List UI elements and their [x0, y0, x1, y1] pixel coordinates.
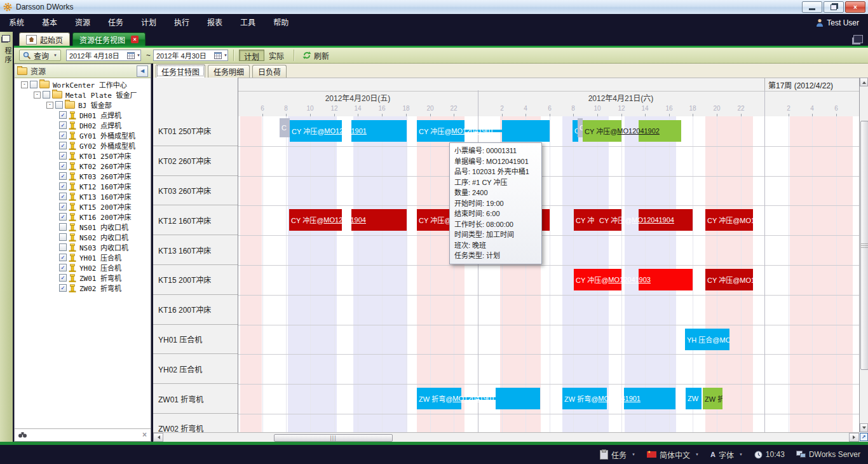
minimize-button[interactable]: [802, 1, 822, 13]
menu-item-帮助[interactable]: 帮助: [264, 14, 297, 32]
chevron-down-icon[interactable]: ▼: [632, 453, 635, 456]
tree-expander-icon[interactable]: -: [46, 102, 53, 109]
tree-node[interactable]: ✓ZW02 折弯机: [15, 283, 151, 293]
scroll-corner-jump-button[interactable]: ↗: [859, 432, 868, 442]
chevron-down-icon[interactable]: ▼: [695, 453, 699, 456]
tree-checkbox[interactable]: [59, 233, 67, 241]
gantt-tab-任务甘特图[interactable]: 任务甘特图: [156, 64, 205, 78]
query-dropdown-icon[interactable]: ▼: [53, 53, 57, 57]
tab-close-icon[interactable]: ×: [131, 36, 139, 43]
tree-node[interactable]: NS02 内收口机: [15, 232, 151, 242]
tab-resource-task-view[interactable]: 资源任务视图 ×: [72, 32, 146, 46]
tree-checkbox[interactable]: ✓: [59, 284, 67, 292]
panel-collapse-button[interactable]: ◀: [137, 65, 148, 77]
date-to-dropdown-icon[interactable]: ▼: [224, 53, 227, 57]
restore-button[interactable]: [824, 1, 844, 13]
vertical-scroll-thumb[interactable]: ──────: [860, 121, 868, 370]
tree-node[interactable]: ✓ZW01 折弯机: [15, 273, 151, 283]
tree-node[interactable]: ✓DH02 点焊机: [15, 120, 151, 130]
menu-item-报表[interactable]: 报表: [198, 14, 231, 32]
tree-checkbox[interactable]: ✓: [59, 121, 67, 129]
horizontal-scrollbar[interactable]: |||: [153, 432, 859, 442]
date-to-field[interactable]: 2012年 4月30日 ▼: [153, 50, 228, 61]
menu-item-工具[interactable]: 工具: [231, 14, 264, 32]
tree-checkbox[interactable]: ✓: [59, 193, 67, 200]
tree-checkbox[interactable]: ✓: [59, 132, 67, 139]
chevron-down-icon[interactable]: ▼: [739, 453, 743, 456]
task-bar[interactable]: CY 冲压@MO12041901: [417, 120, 550, 142]
tree-node[interactable]: ✓YH02 压合机: [15, 263, 151, 273]
task-bar[interactable]: CY 冲压@MO12041903: [574, 269, 693, 290]
scroll-down-button[interactable]: [860, 423, 868, 432]
tree-node[interactable]: ✓KT12 160T冲床: [15, 181, 151, 191]
tree-checkbox[interactable]: ✓: [59, 264, 67, 271]
tree-node[interactable]: -BJ 钣金部: [15, 100, 151, 110]
task-bar[interactable]: ZW 折: [703, 388, 722, 409]
scroll-left-button[interactable]: [153, 433, 163, 442]
tree-checkbox[interactable]: [55, 101, 63, 109]
menu-item-任务[interactable]: 任务: [99, 14, 132, 32]
tree-node[interactable]: ✓YH01 压合机: [15, 252, 151, 263]
tree-checkbox[interactable]: ✓: [59, 152, 67, 160]
tree-search-bar[interactable]: ×: [15, 428, 151, 440]
tree-node[interactable]: ✓KT01 250T冲床: [15, 151, 151, 161]
task-bar[interactable]: CY 冲: [574, 209, 597, 231]
tree-checkbox[interactable]: ✓: [59, 213, 67, 221]
tree-checkbox[interactable]: ✓: [59, 182, 67, 190]
refresh-button[interactable]: 刷新: [299, 50, 332, 62]
task-bar[interactable]: CY 冲压@MO12041902: [583, 120, 681, 142]
tree-expander-icon[interactable]: -: [34, 92, 41, 99]
scroll-right-button[interactable]: [849, 433, 859, 442]
tree-checkbox[interactable]: ✓: [59, 111, 67, 119]
gantt-tab-任务明细[interactable]: 任务明细: [208, 65, 250, 78]
tab-home[interactable]: 起始页: [19, 32, 70, 46]
task-bar[interactable]: ZW: [686, 388, 702, 409]
tree-checkbox[interactable]: ✓: [59, 162, 67, 170]
tree-checkbox[interactable]: [43, 91, 50, 99]
horizontal-scroll-thumb[interactable]: |||: [274, 434, 393, 442]
tree-checkbox[interactable]: ✓: [59, 142, 67, 149]
status-item-简体中文[interactable]: 简体中文▼: [647, 449, 699, 460]
tree-node[interactable]: ✓KT16 200T冲床: [15, 212, 151, 222]
search-clear-icon[interactable]: ×: [142, 430, 147, 439]
tree-node[interactable]: ✓GY02 外桶成型机: [15, 140, 151, 151]
tree-node[interactable]: ✓KT03 260T冲床: [15, 171, 151, 181]
task-bar[interactable]: YH 压合@MO1: [685, 329, 729, 350]
vertical-scrollbar[interactable]: ──────: [859, 78, 868, 432]
tree-checkbox[interactable]: [59, 223, 67, 231]
tree-checkbox[interactable]: ✓: [59, 254, 67, 261]
task-bar[interactable]: CY 冲压@MO12041901: [290, 120, 407, 142]
tree-node[interactable]: NS01 内收口机: [15, 222, 151, 232]
query-button[interactable]: 查询 ▼: [19, 50, 61, 61]
tree-checkbox[interactable]: ✓: [59, 274, 67, 282]
window-list-icon[interactable]: [853, 35, 863, 43]
tree-expander-icon[interactable]: -: [21, 81, 28, 88]
task-bar[interactable]: CY 冲压@MO1: [705, 209, 753, 231]
tree-checkbox[interactable]: ✓: [59, 203, 67, 210]
collapsed-program-panel[interactable]: 程序: [0, 32, 14, 442]
menu-item-基本[interactable]: 基本: [33, 14, 66, 32]
close-button[interactable]: ×: [845, 1, 865, 13]
task-bar[interactable]: C: [280, 118, 290, 137]
tree-node[interactable]: ✓KT02 260T冲床: [15, 161, 151, 171]
task-bar[interactable]: CY 冲压@MO1: [705, 269, 753, 290]
task-bar[interactable]: ZW 折弯@MO12041901: [417, 388, 540, 409]
date-from-dropdown-icon[interactable]: ▼: [137, 53, 140, 57]
tree-node[interactable]: ✓DH01 点焊机: [15, 110, 151, 120]
menu-item-执行[interactable]: 执行: [165, 14, 198, 32]
task-bar[interactable]: CY 冲压@MO12041904: [289, 209, 407, 231]
tree-node[interactable]: ✓GY01 外桶成型机: [15, 130, 151, 140]
date-from-field[interactable]: 2012年 4月18日 ▼: [66, 50, 141, 61]
tree-node[interactable]: ✓KT15 200T冲床: [15, 201, 151, 212]
status-item-任务[interactable]: 任务▼: [600, 449, 635, 460]
task-bar[interactable]: C: [578, 118, 583, 137]
scroll-up-button[interactable]: [860, 78, 868, 86]
menu-item-资源[interactable]: 资源: [66, 14, 99, 32]
status-item-字体[interactable]: A字体▼: [710, 449, 743, 460]
actual-toggle-button[interactable]: 实际: [264, 50, 288, 61]
task-bar[interactable]: CY 冲压@MO12041904: [597, 209, 693, 231]
tree-node[interactable]: NS03 内收口机: [15, 242, 151, 252]
menu-item-系统[interactable]: 系统: [0, 14, 33, 32]
tree-checkbox[interactable]: [30, 81, 37, 88]
menu-item-计划[interactable]: 计划: [132, 14, 165, 32]
